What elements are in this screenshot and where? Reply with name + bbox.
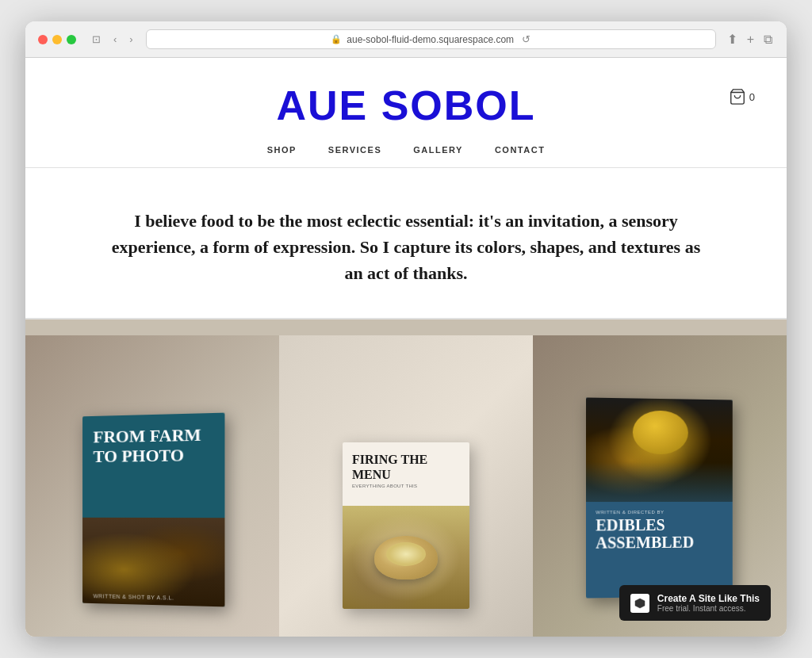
book3-bottom: WRITTEN & DIRECTED BY EDIBLES ASSEMBLED — [585, 502, 732, 599]
book-column-2[interactable]: FIRING THE MENU EVERYTHING ABOUT THIS — [279, 335, 533, 637]
back-button[interactable]: ‹ — [110, 32, 120, 47]
book3-title: EDIBLES ASSEMBLED — [596, 516, 723, 552]
book3-top-image — [585, 397, 732, 502]
cart-count: 0 — [749, 91, 755, 103]
book2-background: FIRING THE MENU EVERYTHING ABOUT THIS — [279, 335, 533, 637]
browser-chrome: ⊡ ‹ › 🔒 aue-sobol-fluid-demo.squarespace… — [25, 21, 787, 58]
forward-button[interactable]: › — [126, 32, 136, 47]
lock-icon: 🔒 — [331, 34, 342, 44]
browser-window: ⊡ ‹ › 🔒 aue-sobol-fluid-demo.squarespace… — [25, 21, 787, 637]
books-wrapper: FROM FARM TO PHOTO WRITTEN & SHOT BY A.S… — [25, 319, 787, 637]
book-column-1[interactable]: FROM FARM TO PHOTO WRITTEN & SHOT BY A.S… — [25, 335, 279, 637]
url-text: aue-sobol-fluid-demo.squarespace.com — [347, 34, 514, 45]
cart-svg-icon — [729, 88, 746, 105]
tab-overview-button[interactable]: ⧉ — [762, 30, 774, 48]
browser-controls: ⊡ ‹ › — [89, 32, 136, 47]
site-nav: SHOP SERVICES GALLERY CONTACT — [57, 139, 755, 167]
quote-section: I believe food to be the most eclectic e… — [25, 168, 787, 319]
squarespace-text-group: Create A Site Like This Free trial. Inst… — [657, 593, 760, 613]
quote-text: I believe food to be the most eclectic e… — [105, 208, 707, 286]
nav-services[interactable]: SERVICES — [328, 145, 381, 155]
book2-image — [343, 506, 469, 609]
book3-small-text: WRITTEN & DIRECTED BY — [596, 510, 723, 515]
book2-title: FIRING THE MENU — [352, 452, 460, 482]
book1[interactable]: FROM FARM TO PHOTO WRITTEN & SHOT BY A.S… — [82, 413, 224, 607]
book2-subtitle: EVERYTHING ABOUT THIS — [352, 484, 460, 488]
sq-sub-text: Free trial. Instant access. — [657, 604, 760, 613]
new-tab-button[interactable]: + — [745, 30, 756, 48]
nav-gallery[interactable]: GALLERY — [413, 145, 463, 155]
share-button[interactable]: ⬆ — [726, 30, 739, 48]
book3[interactable]: WRITTEN & DIRECTED BY EDIBLES ASSEMBLED — [585, 397, 732, 598]
nav-contact[interactable]: CONTACT — [495, 145, 545, 155]
window-toggle[interactable]: ⊡ — [89, 32, 104, 47]
nav-shop[interactable]: SHOP — [267, 145, 297, 155]
maximize-button[interactable] — [67, 35, 76, 44]
book2-image-inner — [343, 506, 469, 609]
sq-main-text: Create A Site Like This — [657, 593, 760, 604]
reload-icon[interactable]: ↺ — [522, 33, 530, 45]
bowl-shape — [374, 536, 438, 580]
site-title: AUE SOBOL — [57, 82, 755, 129]
book1-title: FROM FARM TO PHOTO — [94, 424, 213, 466]
traffic-lights — [38, 35, 76, 44]
close-button[interactable] — [38, 35, 48, 44]
book1-background: FROM FARM TO PHOTO WRITTEN & SHOT BY A.S… — [25, 335, 279, 637]
site-header: AUE SOBOL SHOP SERVICES GALLERY CONTACT … — [25, 58, 787, 167]
book2[interactable]: FIRING THE MENU EVERYTHING ABOUT THIS — [343, 442, 469, 609]
cart-icon[interactable]: 0 — [729, 88, 755, 105]
minimize-button[interactable] — [52, 35, 62, 44]
squarespace-logo-icon — [630, 594, 649, 613]
address-bar[interactable]: 🔒 aue-sobol-fluid-demo.squarespace.com ↺ — [146, 29, 716, 49]
website-content: AUE SOBOL SHOP SERVICES GALLERY CONTACT … — [25, 58, 787, 637]
squarespace-banner[interactable]: Create A Site Like This Free trial. Inst… — [619, 585, 771, 621]
browser-actions: ⬆ + ⧉ — [726, 30, 774, 48]
